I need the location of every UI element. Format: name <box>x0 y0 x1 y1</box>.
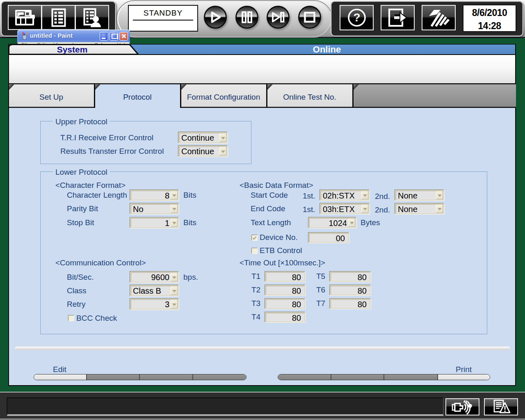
svg-text:?: ? <box>353 11 360 24</box>
svg-text:System: System <box>57 45 88 54</box>
svg-text:Set Up: Set Up <box>39 93 63 101</box>
svg-text:Protocol: Protocol <box>123 93 152 101</box>
svg-text:Online: Online <box>313 44 341 55</box>
svg-text:Format Configuration: Format Configuration <box>187 93 260 101</box>
svg-text:Online Test No.: Online Test No. <box>283 93 336 101</box>
